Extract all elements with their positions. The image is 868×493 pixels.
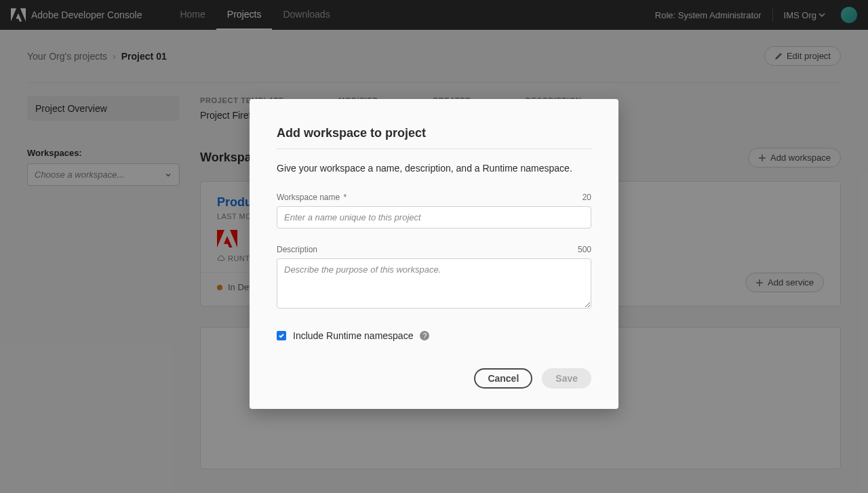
description-input[interactable] [277,258,591,309]
description-count: 500 [578,245,591,254]
help-icon[interactable]: ? [420,331,429,340]
workspace-name-label: Workspace name * [277,193,347,202]
save-button[interactable]: Save [542,368,591,389]
workspace-name-count: 20 [583,193,591,202]
workspace-name-input[interactable] [277,206,591,229]
include-runtime-row: Include Runtime namespace ? [277,330,591,341]
modal-intro: Give your workspace a name, description,… [277,163,591,174]
description-label: Description [277,245,317,254]
modal-overlay[interactable]: Add workspace to project Give your works… [0,0,868,493]
include-runtime-label: Include Runtime namespace [293,330,413,341]
add-workspace-modal: Add workspace to project Give your works… [250,99,618,409]
modal-actions: Cancel Save [277,368,591,389]
modal-divider [277,149,591,149]
cancel-button[interactable]: Cancel [474,368,532,389]
check-icon [278,332,285,339]
include-runtime-checkbox[interactable] [277,331,286,340]
modal-title: Add workspace to project [277,126,591,140]
